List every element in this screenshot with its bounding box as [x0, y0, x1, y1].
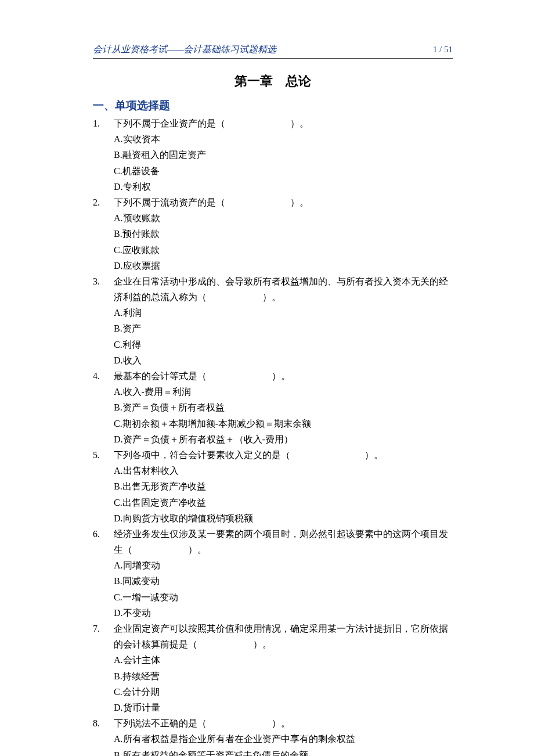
question-stem: 最基本的会计等式是（ ）。 [114, 368, 453, 384]
question-options: A.会计主体B.持续经营C.会计分期D.货币计量 [114, 652, 453, 715]
question-number: 6. [93, 526, 114, 621]
question-number: 7. [93, 621, 114, 715]
question-option: A.实收资本 [114, 131, 453, 147]
question-stem: 企业在日常活动中形成的、会导致所有者权益增加的、与所有者投入资本无关的经济利益的… [114, 273, 453, 305]
question-body: 最基本的会计等式是（ ）。A.收入-费用＝利润B.资产＝负债＋所有者权益C.期初… [114, 368, 453, 447]
question-options: A.预收账款B.预付账款C.应收账款D.应收票据 [114, 210, 453, 273]
question-options: A.出售材料收入B.出售无形资产净收益C.出售固定资产净收益D.向购货方收取的增… [114, 463, 453, 526]
question-option: C.机器设备 [114, 163, 453, 179]
question-option: A.会计主体 [114, 652, 453, 668]
question-option: D.收入 [114, 352, 453, 368]
question-options: A.利润B.资产C.利得D.收入 [114, 305, 453, 368]
question-number: 1. [93, 116, 114, 195]
question-number: 2. [93, 195, 114, 273]
question-option: D.货币计量 [114, 700, 453, 715]
question-option: D.资产＝负债＋所有者权益＋（收入-费用） [114, 431, 453, 447]
question-option: C.一增一减变动 [114, 589, 453, 605]
question-item: 7.企业固定资产可以按照其价值和使用情况，确定采用某一方法计提折旧，它所依据的会… [93, 621, 453, 715]
question-number: 3. [93, 273, 114, 368]
question-option: A.出售材料收入 [114, 463, 453, 478]
question-number: 5. [93, 447, 114, 526]
question-option: D.应收票据 [114, 258, 453, 273]
question-option: C.利得 [114, 337, 453, 352]
question-item: 2.下列不属于流动资产的是（ ）。A.预收账款B.预付账款C.应收账款D.应收票… [93, 195, 453, 273]
question-option: B.所有者权益的金额等于资产减去负债后的余额 [114, 747, 453, 757]
question-stem: 下列不属于流动资产的是（ ）。 [114, 195, 453, 210]
question-item: 5.下列各项中，符合会计要素收入定义的是（ ）。A.出售材料收入B.出售无形资产… [93, 447, 453, 526]
question-option: D.专利权 [114, 179, 453, 195]
question-option: C.应收账款 [114, 242, 453, 258]
question-body: 企业固定资产可以按照其价值和使用情况，确定采用某一方法计提折旧，它所依据的会计核… [114, 621, 453, 715]
page-number: 1 / 51 [433, 45, 453, 55]
chapter-title: 第一章 总论 [93, 73, 453, 90]
page-total: 51 [444, 45, 453, 54]
question-item: 8.下列说法不正确的是（ ）。A.所有者权益是指企业所有者在企业资产中享有的剩余… [93, 715, 453, 756]
question-option: C.会计分期 [114, 684, 453, 700]
page-header: 会计从业资格考试——会计基础练习试题精选 1 / 51 [93, 44, 453, 59]
question-stem: 下列不属于企业资产的是（ ）。 [114, 116, 453, 131]
question-option: A.同增变动 [114, 557, 453, 573]
question-option: B.资产 [114, 321, 453, 336]
question-option: A.收入-费用＝利润 [114, 384, 453, 399]
question-option: C.期初余额＋本期增加额-本期减少额＝期末余额 [114, 416, 453, 431]
question-option: A.预收账款 [114, 210, 453, 226]
question-list: 1.下列不属于企业资产的是（ ）。A.实收资本B.融资租入的固定资产C.机器设备… [93, 116, 453, 756]
question-options: A.同增变动B.同减变动C.一增一减变动D.不变动 [114, 557, 453, 621]
question-body: 下列不属于流动资产的是（ ）。A.预收账款B.预付账款C.应收账款D.应收票据 [114, 195, 453, 273]
question-body: 下列各项中，符合会计要素收入定义的是（ ）。A.出售材料收入B.出售无形资产净收… [114, 447, 453, 526]
header-title: 会计从业资格考试——会计基础练习试题精选 [93, 44, 276, 56]
question-item: 6.经济业务发生仅涉及某一要素的两个项目时，则必然引起该要素中的这两个项目发生（… [93, 526, 453, 621]
question-body: 企业在日常活动中形成的、会导致所有者权益增加的、与所有者投入资本无关的经济利益的… [114, 273, 453, 368]
question-item: 1.下列不属于企业资产的是（ ）。A.实收资本B.融资租入的固定资产C.机器设备… [93, 116, 453, 195]
question-item: 3.企业在日常活动中形成的、会导致所有者权益增加的、与所有者投入资本无关的经济利… [93, 273, 453, 368]
question-option: A.所有者权益是指企业所有者在企业资产中享有的剩余权益 [114, 731, 453, 747]
question-body: 下列不属于企业资产的是（ ）。A.实收资本B.融资租入的固定资产C.机器设备D.… [114, 116, 453, 195]
question-option: C.出售固定资产净收益 [114, 495, 453, 510]
question-option: B.资产＝负债＋所有者权益 [114, 399, 453, 415]
question-option: B.预付账款 [114, 226, 453, 242]
question-option: B.融资租入的固定资产 [114, 147, 453, 163]
page-separator: / [437, 45, 444, 54]
question-body: 下列说法不正确的是（ ）。A.所有者权益是指企业所有者在企业资产中享有的剩余权益… [114, 715, 453, 756]
question-stem: 经济业务发生仅涉及某一要素的两个项目时，则必然引起该要素中的这两个项目发生（ ）… [114, 526, 453, 557]
question-option: B.持续经营 [114, 668, 453, 684]
question-stem: 下列各项中，符合会计要素收入定义的是（ ）。 [114, 447, 453, 463]
question-stem: 下列说法不正确的是（ ）。 [114, 715, 453, 731]
question-number: 8. [93, 715, 114, 756]
question-item: 4.最基本的会计等式是（ ）。A.收入-费用＝利润B.资产＝负债＋所有者权益C.… [93, 368, 453, 447]
question-stem: 企业固定资产可以按照其价值和使用情况，确定采用某一方法计提折旧，它所依据的会计核… [114, 621, 453, 652]
section-title: 一、单项选择题 [93, 98, 453, 113]
question-number: 4. [93, 368, 114, 447]
question-options: A.收入-费用＝利润B.资产＝负债＋所有者权益C.期初余额＋本期增加额-本期减少… [114, 384, 453, 447]
question-option: B.出售无形资产净收益 [114, 478, 453, 494]
question-option: D.不变动 [114, 605, 453, 621]
question-option: B.同减变动 [114, 573, 453, 589]
question-body: 经济业务发生仅涉及某一要素的两个项目时，则必然引起该要素中的这两个项目发生（ ）… [114, 526, 453, 621]
question-options: A.所有者权益是指企业所有者在企业资产中享有的剩余权益B.所有者权益的金额等于资… [114, 731, 453, 756]
question-options: A.实收资本B.融资租入的固定资产C.机器设备D.专利权 [114, 131, 453, 195]
question-option: D.向购货方收取的增值税销项税额 [114, 510, 453, 526]
question-option: A.利润 [114, 305, 453, 321]
document-page: 会计从业资格考试——会计基础练习试题精选 1 / 51 第一章 总论 一、单项选… [0, 0, 534, 756]
